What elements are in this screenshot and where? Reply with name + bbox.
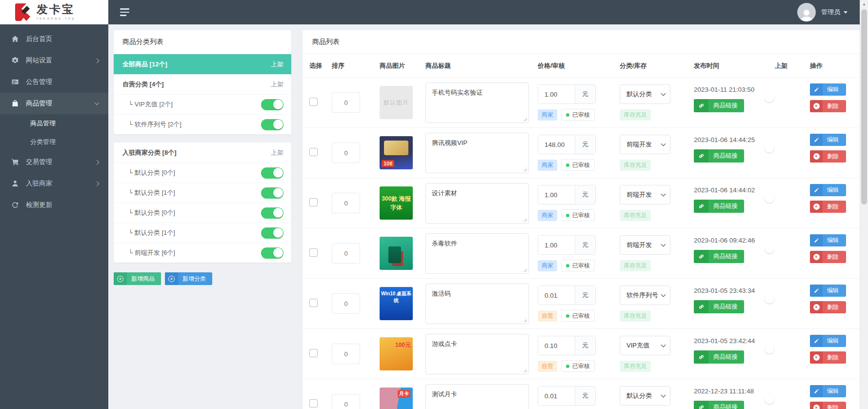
category-row[interactable]: └ 默认分类 [1个] (114, 223, 291, 243)
category-select[interactable]: VIP充值 (620, 336, 670, 355)
category-select[interactable]: 默认分类 (620, 386, 670, 406)
price-input[interactable] (538, 336, 575, 355)
edit-button[interactable]: 编辑 (810, 385, 846, 397)
logo[interactable]: 发卡宝 fakabao.top (0, 0, 108, 24)
price-input[interactable] (538, 85, 575, 103)
add-product-button[interactable]: + 新增商品 (114, 272, 161, 285)
edit-button[interactable]: 编辑 (810, 83, 846, 96)
category-row[interactable]: └ 默认分类 [0个] (114, 163, 291, 183)
category-select[interactable]: 软件序列号 (620, 286, 670, 305)
product-title-input[interactable] (426, 234, 528, 273)
delete-button[interactable]: ×删除 (810, 150, 846, 163)
user-menu[interactable]: 管理员 (797, 3, 848, 21)
category-toggle[interactable] (261, 119, 283, 130)
category-row[interactable]: 全部商品 [12个]上架 (114, 54, 291, 74)
category-group-0: 全部商品 [12个]上架自营分类 [4个]上架└ VIP充值 [2个]└ 软件序… (114, 54, 291, 134)
product-title-input[interactable] (426, 184, 528, 223)
sort-input[interactable] (332, 344, 360, 364)
sort-input[interactable] (332, 293, 360, 314)
scroll-up-arrow-icon[interactable]: ▲ (860, 0, 868, 8)
category-select[interactable]: 前端开发 (620, 185, 670, 204)
price-cell: 元商家已审核 (538, 78, 620, 127)
currency-suffix: 元 (575, 286, 595, 305)
edit-button[interactable]: 编辑 (810, 285, 846, 297)
product-title-input[interactable] (426, 133, 528, 173)
sidebar-subitem-category-manage[interactable]: 分类管理 (0, 133, 108, 151)
product-title-input[interactable] (426, 385, 528, 409)
delete-button[interactable]: ×删除 (810, 201, 846, 213)
edit-button[interactable]: 编辑 (810, 134, 846, 146)
product-link-button[interactable]: 商品链接 (694, 300, 744, 313)
category-toggle[interactable] (261, 167, 283, 179)
category-select[interactable]: 前端开发 (620, 235, 670, 255)
row-checkbox[interactable] (309, 248, 318, 257)
category-select[interactable]: 默认分类 (620, 84, 670, 104)
category-select[interactable]: 前端开发 (620, 135, 670, 154)
delete-button[interactable]: ×删除 (810, 251, 846, 263)
product-link-button[interactable]: 商品链接 (694, 200, 744, 213)
product-link-button[interactable]: 商品链接 (694, 149, 744, 163)
seller-badge: 自营 (538, 361, 557, 372)
product-link-button[interactable]: 商品链接 (694, 401, 744, 409)
delete-button[interactable]: ×删除 (810, 100, 846, 112)
hamburger-menu-icon[interactable] (120, 8, 129, 16)
product-title-input[interactable] (426, 334, 528, 374)
category-toggle[interactable] (261, 227, 283, 239)
chevron-down-icon (661, 342, 666, 347)
add-category-button[interactable]: + 新增分类 (165, 272, 212, 285)
image-cell: 100元 (380, 329, 425, 379)
edit-button[interactable]: 编辑 (810, 335, 846, 347)
price-input[interactable] (538, 286, 575, 305)
publish-time: 2022-12-23 11:11:48 (694, 388, 775, 395)
sidebar-subitem-product-manage[interactable]: 商品管理 (0, 114, 108, 133)
sidebar-item-check-update[interactable]: 检测更新 (0, 194, 108, 216)
category-row[interactable]: 入驻商家分类 [8个]上架 (114, 143, 291, 163)
price-input[interactable] (538, 135, 575, 154)
delete-button[interactable]: ×删除 (810, 301, 846, 313)
sort-input[interactable] (332, 92, 360, 113)
table-row: 默认图片元商家已审核默认分类库存充足2023-01-11 21:03:50商品链… (303, 77, 861, 127)
row-checkbox[interactable] (309, 98, 318, 106)
delete-button[interactable]: ×删除 (810, 402, 846, 409)
row-checkbox[interactable] (309, 198, 318, 206)
category-toggle[interactable] (261, 207, 283, 219)
product-link-button[interactable]: 商品链接 (694, 99, 744, 112)
sidebar-item-site-settings[interactable]: 网站设置 (0, 50, 108, 71)
sidebar-item-home[interactable]: 后台首页 (0, 28, 108, 50)
price-cell: 元商家已审核 (538, 128, 620, 178)
edit-button[interactable]: 编辑 (810, 184, 846, 196)
category-toggle[interactable] (261, 99, 283, 110)
category-row[interactable]: 自营分类 [4个]上架 (114, 74, 291, 94)
sidebar-item-products[interactable]: 商品管理 (0, 93, 108, 114)
row-checkbox[interactable] (309, 349, 318, 357)
sidebar-item-trades[interactable]: 交易管理 (0, 151, 108, 173)
delete-button[interactable]: ×删除 (810, 351, 846, 364)
category-toggle[interactable] (261, 187, 283, 199)
category-toggle[interactable] (261, 247, 283, 259)
product-link-button[interactable]: 商品链接 (694, 350, 744, 364)
sort-input[interactable] (332, 243, 360, 264)
scrollbar-thumb[interactable] (861, 9, 867, 204)
category-row[interactable]: └ 前端开发 [6个] (114, 243, 291, 263)
sort-input[interactable] (332, 394, 360, 409)
product-link-button[interactable]: 商品链接 (694, 250, 744, 263)
price-input[interactable] (538, 236, 575, 254)
category-row[interactable]: └ 默认分类 [0个] (114, 203, 291, 223)
product-title-input[interactable] (426, 284, 528, 324)
select-cell (309, 178, 332, 228)
product-title-input[interactable] (426, 83, 528, 123)
category-row[interactable]: └ 软件序列号 [2个] (114, 114, 291, 134)
sidebar-item-merchants[interactable]: 入驻商家 (0, 173, 108, 194)
price-input[interactable] (538, 387, 575, 405)
category-row[interactable]: └ VIP充值 [2个] (114, 94, 291, 114)
vertical-scrollbar[interactable]: ▲ (860, 0, 868, 409)
row-checkbox[interactable] (309, 399, 318, 408)
row-checkbox[interactable] (309, 148, 318, 156)
price-input[interactable] (538, 185, 575, 204)
sort-input[interactable] (332, 193, 360, 213)
edit-button[interactable]: 编辑 (810, 234, 846, 246)
sidebar-item-announcements[interactable]: 公告管理 (0, 71, 108, 93)
sort-input[interactable] (332, 143, 360, 163)
category-row[interactable]: └ 默认分类 [1个] (114, 183, 291, 203)
row-checkbox[interactable] (309, 299, 318, 307)
